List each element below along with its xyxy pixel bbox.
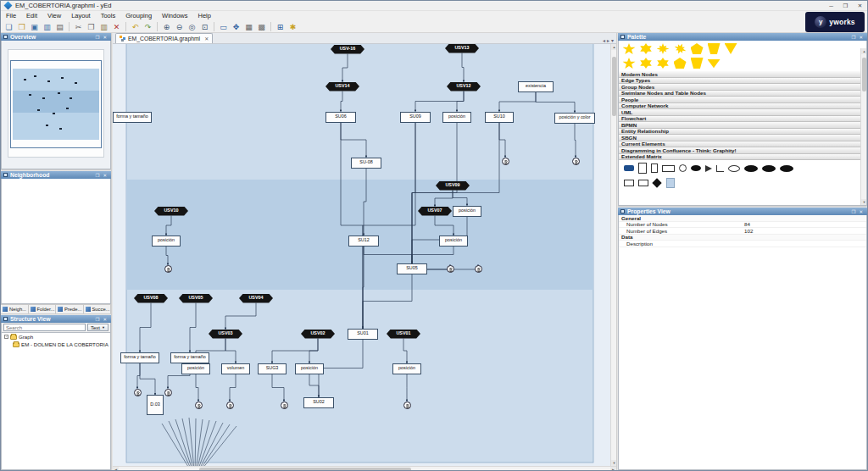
palette-shape-star6[interactable] [657, 58, 670, 69]
graph-node-usv12[interactable]: USV12 [447, 82, 481, 91]
horizontal-scroll-thumb[interactable] [199, 468, 411, 471]
overview-minimap[interactable] [1, 41, 111, 169]
snap-lines-button[interactable]: ▩ [256, 21, 268, 32]
graph-node-connector[interactable] [164, 265, 172, 273]
menu-item-layout[interactable]: Layout [66, 11, 96, 20]
minimap-viewport[interactable] [10, 60, 102, 148]
menu-item-file[interactable]: File [1, 11, 21, 20]
graph-node-connector[interactable] [475, 265, 482, 273]
palette-item-rectblue[interactable] [666, 178, 675, 188]
graph-node-connector[interactable] [281, 402, 288, 409]
palette-scrollbar[interactable]: ▲ ▼ [860, 48, 866, 205]
graph-node-su12[interactable]: SU12 [348, 236, 379, 247]
pan-mode-button[interactable]: ✥ [231, 21, 242, 32]
palette-section-entity-relationship[interactable]: Entity Relationship▸ [619, 129, 866, 136]
minimize-button[interactable]: ─ [824, 1, 838, 10]
palette-shape-trapezoid[interactable] [691, 58, 704, 69]
palette-shape-pentagon[interactable] [691, 43, 704, 54]
close-button[interactable]: ✕ [853, 1, 867, 10]
graph-node-su05[interactable]: SU05 [397, 263, 427, 274]
paste-button[interactable]: ▥ [98, 21, 110, 32]
graph-node-posici-n[interactable]: posición [181, 363, 210, 374]
palette-section-edge-types[interactable]: Edge Types▸ [619, 78, 866, 85]
palette-item-page[interactable] [651, 163, 658, 173]
graph-node-usv02[interactable]: USV02 [301, 330, 335, 339]
tree-item[interactable]: EM - DOLMEN DE LA COBERTORIA [2, 341, 110, 348]
panel-tab-neigh[interactable]: Neigh... [1, 305, 29, 313]
close-panel-icon[interactable]: ✕ [857, 209, 865, 214]
edit-mode-button[interactable]: ▭ [218, 21, 230, 32]
panel-tab-succe[interactable]: Succe... [84, 305, 112, 313]
palette-item-rectwhite[interactable] [624, 180, 634, 186]
graph-node-posici-n[interactable]: posición [439, 236, 468, 247]
tab-nav-icon[interactable]: ◂ [603, 37, 605, 43]
palette-shape-star6[interactable] [640, 43, 653, 54]
close-panel-icon[interactable]: ✕ [857, 35, 865, 40]
zoom-out-button[interactable]: ⊖ [174, 21, 186, 32]
menu-item-view[interactable]: View [42, 11, 66, 20]
graph-node-su01[interactable]: SU01 [348, 329, 378, 340]
graph-node-su06[interactable]: SU06 [326, 112, 356, 123]
tree-item[interactable]: -Graph [2, 333, 110, 341]
palette-item-arrow[interactable] [705, 165, 712, 172]
graph-node-connector[interactable] [195, 402, 203, 409]
graph-node-connector[interactable] [502, 158, 509, 165]
graph-node-posici-n-y-color[interactable]: posición y color [554, 113, 595, 124]
zoom-actual-button[interactable]: ◎ [186, 21, 198, 32]
graph-node-connector[interactable] [134, 389, 142, 396]
palette-item-ovalblack[interactable] [762, 165, 776, 172]
graph-canvas[interactable]: USV-16USV13USV14USV12USV09USV10USV07USV0… [113, 44, 610, 466]
palette-scroll-thumb[interactable] [862, 58, 866, 91]
palette-item-ovalblack-sm[interactable] [691, 165, 701, 171]
save-button[interactable]: ▣ [29, 21, 41, 32]
palette-shape-star5[interactable] [623, 58, 636, 69]
palette-section-uml[interactable]: UML▸ [619, 109, 866, 116]
graph-node-connector[interactable] [447, 265, 454, 273]
menu-item-tools[interactable]: Tools [96, 11, 121, 20]
panel-tab-folder[interactable]: Folder... [29, 305, 57, 313]
palette-shape-star8[interactable] [657, 43, 670, 54]
menu-item-grouping[interactable]: Grouping [120, 11, 157, 20]
menu-item-edit[interactable]: Edit [21, 11, 42, 20]
palette-item-elbow[interactable] [716, 165, 724, 172]
cut-button[interactable]: ✂ [73, 21, 85, 32]
print-button[interactable]: ▤ [54, 21, 66, 32]
graph-node-su10[interactable]: SU10 [485, 112, 514, 123]
document-tab[interactable]: EM_COBERTORIA.graphml ✕ [115, 33, 213, 43]
scroll-left-icon[interactable]: ◀ [113, 467, 119, 471]
graph-node-connector[interactable] [164, 389, 172, 396]
close-panel-icon[interactable]: ✕ [101, 173, 108, 178]
graph-node-posici-n[interactable]: posición [152, 236, 181, 247]
tab-nav-icon[interactable]: ▾ [611, 37, 614, 43]
tab-close-icon[interactable]: ✕ [203, 36, 209, 42]
panel-tab-prede[interactable]: Prede... [56, 305, 84, 313]
close-panel-icon[interactable]: ✕ [101, 35, 108, 40]
graph-node-posici-n[interactable]: posición [295, 363, 324, 374]
graph-node-usv03[interactable]: USV03 [209, 330, 242, 339]
palette-item-rectwhite[interactable] [638, 180, 648, 186]
palette-section-modern-nodes[interactable]: Modern Nodes▸ [619, 71, 866, 78]
graph-node-connector[interactable] [572, 158, 580, 165]
graph-node-su02[interactable]: SU02 [303, 397, 334, 408]
palette-shape-star6[interactable] [640, 58, 653, 69]
graph-node-connector[interactable] [226, 402, 234, 409]
layout-run-button[interactable]: ⊞ [275, 21, 287, 32]
graph-node-connector[interactable] [403, 402, 411, 409]
palette-item-labelrect[interactable] [662, 165, 675, 172]
scroll-right-icon[interactable]: ▶ [610, 467, 616, 471]
undo-button[interactable]: ↶ [130, 21, 142, 32]
maximize-button[interactable]: ❐ [838, 1, 853, 10]
tree-toggle-icon[interactable]: - [4, 335, 8, 339]
graph-node-usv05[interactable]: USV05 [179, 294, 213, 303]
structure-search-input[interactable] [3, 324, 86, 331]
graph-node-d-03[interactable]: D.03 [147, 395, 164, 415]
grid-button[interactable]: ▦ [243, 21, 255, 32]
palette-shape-triangle-down-wide[interactable] [708, 58, 721, 69]
palette-item-diamondblack[interactable] [652, 178, 661, 187]
graph-node-usv09[interactable]: USV09 [436, 181, 470, 191]
graph-node-usv07[interactable]: USV07 [418, 207, 452, 216]
graph-node-posici-n[interactable]: posición [442, 112, 471, 123]
palette-shape-star5[interactable] [623, 43, 636, 54]
delete-button[interactable]: ✕ [111, 21, 123, 32]
scroll-down-icon[interactable]: ▼ [861, 199, 867, 205]
